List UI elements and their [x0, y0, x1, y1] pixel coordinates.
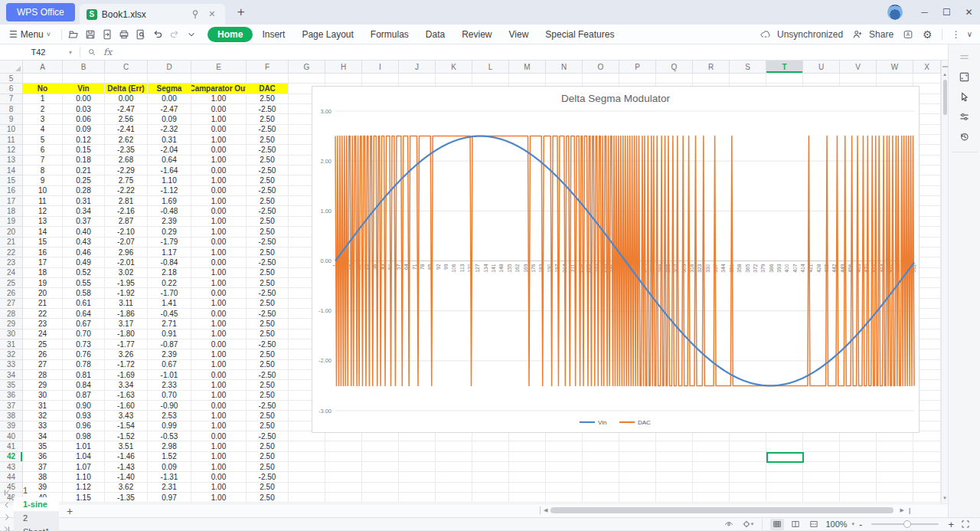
column-header-F[interactable]: F	[247, 61, 289, 74]
cell-E8[interactable]: 0.00	[191, 104, 247, 114]
cell-C23[interactable]: -2.01	[105, 257, 148, 267]
cell-I46[interactable]	[362, 493, 399, 503]
cell-D29[interactable]: 2.71	[148, 319, 191, 329]
cell-F40[interactable]: -2.50	[247, 431, 289, 441]
history-icon[interactable]	[955, 127, 975, 146]
row-header-37[interactable]: 37	[0, 401, 23, 411]
row-header-25[interactable]: 25	[0, 278, 23, 288]
cell-D15[interactable]: 1.10	[148, 175, 191, 185]
cell-D17[interactable]: 1.69	[148, 196, 191, 206]
cell-E31[interactable]: 0.00	[191, 339, 247, 349]
cell-A19[interactable]: 13	[23, 217, 63, 227]
column-header-M[interactable]: M	[509, 61, 546, 74]
record-macro-icon[interactable]: ▾	[740, 519, 754, 530]
print-preview-icon[interactable]	[132, 27, 149, 42]
column-header-P[interactable]: P	[619, 61, 656, 74]
cell-E36[interactable]: 1.00	[191, 391, 247, 401]
cell-C11[interactable]: 2.62	[105, 135, 148, 145]
row-header-35[interactable]: 35	[0, 380, 23, 390]
cell-N46[interactable]	[546, 493, 583, 503]
zoom-dropdown-icon[interactable]: ▾	[852, 521, 855, 527]
cell-U43[interactable]	[803, 462, 840, 472]
avatar[interactable]	[887, 5, 903, 20]
row-header-23[interactable]: 23	[0, 257, 23, 267]
cell-Q43[interactable]	[656, 462, 693, 472]
row-header-41[interactable]: 41	[0, 441, 23, 451]
cell-N42[interactable]	[546, 452, 583, 462]
cell-M43[interactable]	[509, 462, 546, 472]
cell-F19[interactable]: 2.50	[247, 217, 289, 227]
cell-U45[interactable]	[803, 483, 840, 493]
cell-C45[interactable]: 3.62	[105, 483, 148, 493]
row-header-34[interactable]: 34	[0, 370, 23, 380]
cell-O42[interactable]	[583, 452, 619, 462]
cell-F27[interactable]: 2.50	[247, 299, 289, 309]
cell-E46[interactable]: 1.00	[191, 493, 247, 503]
cell-D18[interactable]: -0.48	[148, 206, 191, 216]
cell-J43[interactable]	[399, 462, 436, 472]
column-header-X[interactable]: X	[913, 61, 941, 74]
cell-F30[interactable]: 2.50	[247, 329, 289, 339]
row-header-36[interactable]: 36	[0, 391, 23, 401]
cell-C18[interactable]: -2.16	[105, 206, 148, 216]
cell-A27[interactable]: 21	[23, 299, 63, 309]
cell-D25[interactable]: 0.22	[148, 278, 191, 288]
cell-F26[interactable]: -2.50	[247, 288, 289, 298]
minimize-icon[interactable]: ─	[913, 0, 936, 25]
cell-D24[interactable]: 2.18	[148, 268, 191, 278]
cell-B36[interactable]: 0.87	[63, 391, 105, 401]
ribbon-tab-page-layout[interactable]: Page Layout	[294, 27, 361, 42]
cell-K41[interactable]	[436, 441, 472, 451]
row-header-18[interactable]: 18	[0, 206, 23, 216]
row-header-20[interactable]: 20	[0, 227, 23, 237]
cell-C42[interactable]: -1.46	[105, 452, 148, 462]
cell-E44[interactable]: 0.00	[191, 472, 247, 482]
cell-F10[interactable]: -2.50	[247, 125, 289, 135]
cell-F22[interactable]: 2.50	[247, 247, 289, 257]
cell-U42[interactable]	[803, 452, 840, 462]
cell-D31[interactable]: -0.87	[148, 339, 191, 349]
sheet-tab-sheet1[interactable]: Sheet1	[14, 525, 59, 531]
cell-E43[interactable]: 1.00	[191, 462, 247, 472]
row-header-39[interactable]: 39	[0, 421, 23, 431]
cell-F16[interactable]: -2.50	[247, 186, 289, 196]
cell-F25[interactable]: 2.50	[247, 278, 289, 288]
row-header-8[interactable]: 8	[0, 104, 23, 114]
cell-L45[interactable]	[472, 483, 509, 493]
cell-D30[interactable]: 0.91	[148, 329, 191, 339]
cell-D40[interactable]: -0.53	[148, 431, 191, 441]
cell-B12[interactable]: 0.15	[63, 145, 105, 155]
column-header-N[interactable]: N	[546, 61, 583, 74]
cell-A16[interactable]: 10	[23, 186, 63, 196]
row-header-38[interactable]: 38	[0, 411, 23, 421]
cell-C33[interactable]: -1.72	[105, 360, 148, 370]
cell-F38[interactable]: 2.50	[247, 411, 289, 421]
cell-W44[interactable]	[877, 472, 913, 482]
cell-M41[interactable]	[509, 441, 546, 451]
cell-O46[interactable]	[583, 493, 619, 503]
cell-E23[interactable]: 0.00	[191, 257, 247, 267]
cell-B24[interactable]: 0.52	[63, 268, 105, 278]
cell-H43[interactable]	[325, 462, 362, 472]
cell-A24[interactable]: 18	[23, 268, 63, 278]
pin-icon[interactable]	[189, 8, 201, 21]
cell-D27[interactable]: 1.41	[148, 299, 191, 309]
cell-P5[interactable]	[619, 74, 656, 84]
cell-R43[interactable]	[693, 462, 730, 472]
redo-icon[interactable]	[166, 27, 183, 42]
cell-B30[interactable]: 0.70	[63, 329, 105, 339]
zoom-slider-knob[interactable]	[903, 520, 911, 528]
cell-C13[interactable]: 2.68	[105, 156, 148, 166]
cell-R41[interactable]	[693, 441, 730, 451]
fullscreen-icon[interactable]	[959, 519, 972, 530]
ribbon-tab-data[interactable]: Data	[418, 27, 452, 42]
cell-M45[interactable]	[509, 483, 546, 493]
horizontal-scrollbar[interactable]: ◀ ▶ ❙	[540, 506, 912, 514]
cell-R5[interactable]	[693, 74, 730, 84]
cell-H42[interactable]	[325, 452, 362, 462]
cell-A43[interactable]: 37	[23, 462, 63, 472]
row-header-42[interactable]: 42	[0, 452, 23, 462]
cell-T45[interactable]	[766, 483, 803, 493]
cell-E11[interactable]: 1.00	[191, 135, 247, 145]
cell-E42[interactable]: 1.00	[191, 452, 247, 462]
